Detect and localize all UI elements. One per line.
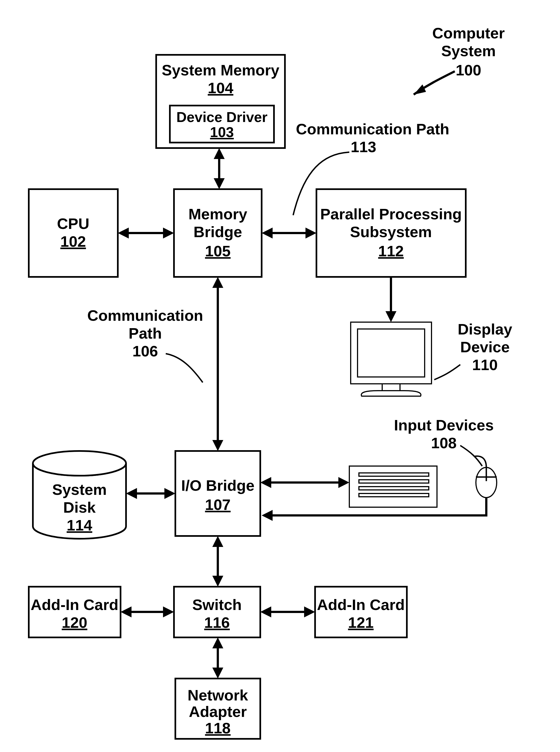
sysdisk-l1: System	[52, 481, 106, 498]
svg-marker-23	[214, 178, 225, 189]
switch-num: 116	[204, 614, 229, 631]
conn-iobridge-keyboard	[260, 477, 349, 488]
devdrv-num: 103	[210, 124, 234, 140]
svg-marker-41	[262, 510, 273, 521]
addin120-num: 120	[62, 614, 87, 631]
svg-marker-36	[126, 488, 137, 499]
svg-marker-43	[212, 536, 223, 547]
netadp-l2: Adapter	[189, 703, 247, 720]
commpath106-l2: Path	[128, 325, 162, 342]
display-leader	[434, 365, 460, 380]
svg-point-15	[33, 451, 126, 476]
sysdisk-l2: Disk	[63, 499, 96, 516]
conn-membridge-iobridge	[212, 277, 223, 451]
svg-rect-5	[358, 329, 425, 377]
sysdisk-num: 114	[66, 517, 92, 534]
commpath113-num: 113	[351, 138, 376, 155]
display-device	[351, 322, 432, 396]
mouse-icon	[474, 456, 497, 498]
svg-marker-52	[212, 637, 223, 648]
conn-cpu-membridge	[118, 228, 174, 238]
display-num: 110	[472, 356, 498, 373]
commpath106-leader	[166, 354, 203, 382]
addin-card-121-block: Add-In Card 121	[315, 587, 407, 637]
network-adapter-block: Network Adapter 118	[175, 678, 260, 739]
svg-rect-10	[359, 487, 429, 490]
svg-marker-44	[212, 576, 223, 587]
addin120-label: Add-In Card	[31, 596, 118, 613]
display-l1: Display	[458, 321, 512, 338]
computer-system-diagram: Computer System 100 System Memory 104 De…	[0, 0, 560, 752]
system-disk-block: System Disk 114	[33, 451, 126, 539]
title-l2: System	[441, 42, 496, 59]
cpu-label: CPU	[57, 215, 89, 232]
membridge-num: 105	[205, 242, 231, 259]
pps-block: Parallel Processing Subsystem 112	[316, 189, 466, 277]
pps-l1: Parallel Processing	[320, 205, 462, 223]
iobridge-label: I/O Bridge	[181, 477, 255, 494]
system-memory-block: System Memory 104 Device Driver 103	[156, 55, 285, 148]
conn-switch-netadp	[212, 637, 223, 678]
conn-iobridge-switch	[212, 536, 223, 587]
svg-marker-28	[262, 228, 273, 238]
svg-marker-49	[260, 606, 271, 617]
commpath106-l1: Communication	[87, 307, 203, 324]
conn-sysmem-membridge	[214, 148, 225, 189]
title-arrow-icon	[414, 84, 426, 95]
svg-marker-31	[385, 311, 396, 322]
sysmem-label: System Memory	[162, 61, 279, 79]
io-bridge-block: I/O Bridge 107	[175, 451, 260, 536]
display-l2: Device	[460, 338, 510, 355]
iobridge-num: 107	[205, 496, 231, 513]
svg-marker-46	[121, 606, 132, 617]
switch-block: Switch 116	[174, 587, 260, 637]
svg-marker-37	[164, 488, 175, 499]
svg-rect-11	[359, 494, 429, 497]
conn-addin120-switch	[121, 606, 174, 617]
conn-pps-display	[385, 277, 396, 322]
addin-card-120-block: Add-In Card 120	[29, 587, 121, 637]
commpath113-l1: Communication Path	[296, 120, 449, 138]
svg-marker-33	[212, 277, 223, 288]
pps-l2: Subsystem	[350, 223, 432, 240]
svg-rect-6	[382, 384, 400, 391]
switch-label: Switch	[192, 596, 242, 613]
conn-switch-addin121	[260, 606, 315, 617]
svg-marker-53	[212, 668, 223, 678]
keyboard-icon	[349, 466, 437, 507]
svg-marker-26	[163, 228, 174, 238]
addin121-num: 121	[348, 614, 374, 631]
svg-marker-29	[305, 228, 316, 238]
devdrv-label: Device Driver	[176, 109, 267, 125]
memory-bridge-block: Memory Bridge 105	[174, 189, 262, 277]
pps-num: 112	[378, 242, 404, 259]
svg-marker-40	[338, 477, 349, 488]
conn-membridge-pps	[262, 228, 316, 238]
netadp-l1: Network	[188, 687, 248, 704]
svg-rect-9	[359, 480, 429, 483]
svg-marker-47	[163, 606, 174, 617]
svg-rect-8	[359, 473, 429, 476]
netadp-num: 118	[205, 719, 231, 737]
membridge-l2: Bridge	[194, 223, 242, 240]
title-num: 100	[456, 61, 481, 79]
conn-sysdisk-iobridge	[126, 488, 175, 499]
svg-marker-50	[304, 606, 315, 617]
inputdev-num: 108	[431, 434, 456, 451]
svg-marker-39	[260, 477, 271, 488]
inputdev-label: Input Devices	[394, 417, 494, 434]
svg-marker-34	[212, 440, 223, 451]
membridge-l1: Memory	[188, 205, 247, 223]
svg-marker-22	[214, 148, 225, 159]
title-l1: Computer	[432, 24, 505, 42]
sysmem-num: 104	[208, 79, 233, 97]
commpath106-num: 106	[132, 342, 158, 360]
addin121-label: Add-In Card	[317, 596, 405, 613]
svg-marker-25	[118, 228, 129, 238]
cpu-block: CPU 102	[29, 189, 118, 277]
cpu-num: 102	[60, 233, 86, 250]
